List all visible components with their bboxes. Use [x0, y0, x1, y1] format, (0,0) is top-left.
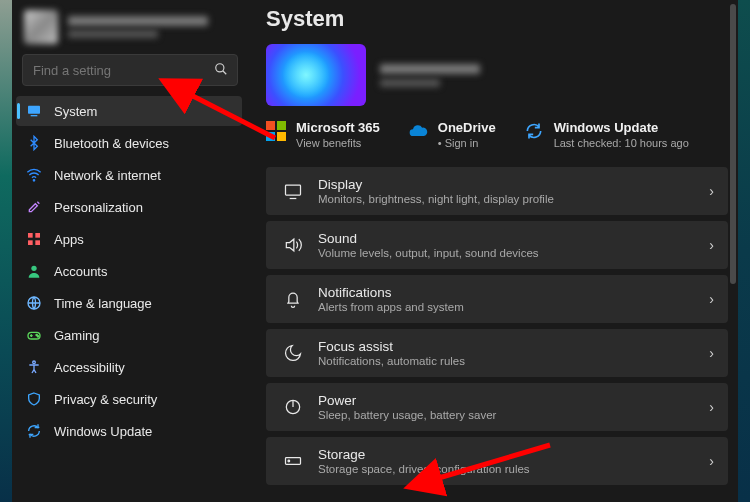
main-pane: System Microsoft 365 View benefits: [250, 0, 738, 502]
svg-rect-5: [28, 233, 33, 238]
svg-point-0: [216, 64, 224, 72]
sidebar-item-network[interactable]: Network & internet: [16, 160, 242, 190]
scrollbar[interactable]: [730, 4, 736, 498]
row-notifications[interactable]: Notifications Alerts from apps and syste…: [266, 275, 728, 323]
sidebar: System Bluetooth & devices Network & int…: [12, 0, 250, 502]
status-tiles: Microsoft 365 View benefits OneDrive • S…: [266, 120, 728, 167]
device-name-redacted: [380, 64, 480, 74]
chevron-right-icon: ›: [709, 291, 714, 307]
row-title: Storage: [318, 447, 709, 462]
sidebar-item-system[interactable]: System: [16, 96, 242, 126]
row-sub: Notifications, automatic rules: [318, 355, 709, 367]
desktop-edge-strip: [0, 0, 12, 502]
row-title: Notifications: [318, 285, 709, 300]
onedrive-icon: [408, 121, 428, 141]
nav-label: Personalization: [54, 200, 143, 215]
row-sub: Storage space, drives, configuration rul…: [318, 463, 709, 475]
chevron-right-icon: ›: [709, 183, 714, 199]
row-display[interactable]: Display Monitors, brightness, night ligh…: [266, 167, 728, 215]
scrollbar-thumb[interactable]: [730, 4, 736, 284]
moon-icon: [280, 343, 306, 363]
brush-icon: [26, 199, 42, 215]
accessibility-icon: [26, 359, 42, 375]
nav-label: Bluetooth & devices: [54, 136, 169, 151]
tile-title: Microsoft 365: [296, 120, 380, 135]
page-title: System: [266, 0, 728, 44]
sidebar-item-personalization[interactable]: Personalization: [16, 192, 242, 222]
row-storage[interactable]: Storage Storage space, drives, configura…: [266, 437, 728, 485]
tile-title: Windows Update: [554, 120, 689, 135]
row-power[interactable]: Power Sleep, battery usage, battery save…: [266, 383, 728, 431]
chevron-right-icon: ›: [709, 453, 714, 469]
sidebar-item-windows-update[interactable]: Windows Update: [16, 416, 242, 446]
gamepad-icon: [26, 327, 42, 343]
tile-onedrive[interactable]: OneDrive • Sign in: [408, 120, 496, 149]
apps-icon: [26, 231, 42, 247]
storage-icon: [280, 451, 306, 471]
svg-rect-7: [28, 240, 33, 245]
row-sub: Volume levels, output, input, sound devi…: [318, 247, 709, 259]
svg-rect-15: [286, 185, 301, 195]
search-input[interactable]: [22, 54, 238, 86]
account-header[interactable]: [16, 6, 242, 54]
display-icon: [280, 181, 306, 201]
account-name-redacted: [68, 16, 208, 26]
svg-rect-2: [28, 106, 40, 114]
nav-label: Windows Update: [54, 424, 152, 439]
tile-sub: • Sign in: [438, 137, 496, 149]
row-sub: Alerts from apps and system: [318, 301, 709, 313]
chevron-right-icon: ›: [709, 345, 714, 361]
tile-windows-update[interactable]: Windows Update Last checked: 10 hours ag…: [524, 120, 689, 149]
settings-window: System Bluetooth & devices Network & int…: [12, 0, 738, 502]
nav-label: Accounts: [54, 264, 107, 279]
row-title: Sound: [318, 231, 709, 246]
settings-list: Display Monitors, brightness, night ligh…: [266, 167, 728, 495]
sync-icon: [26, 423, 42, 439]
sidebar-item-bluetooth[interactable]: Bluetooth & devices: [16, 128, 242, 158]
windows-update-icon: [524, 121, 544, 141]
svg-rect-8: [35, 240, 40, 245]
sidebar-item-apps[interactable]: Apps: [16, 224, 242, 254]
wallpaper-thumbnail[interactable]: [266, 44, 366, 106]
svg-rect-3: [31, 115, 38, 116]
sidebar-item-time[interactable]: Time & language: [16, 288, 242, 318]
globe-icon: [26, 295, 42, 311]
nav-label: Accessibility: [54, 360, 125, 375]
chevron-right-icon: ›: [709, 237, 714, 253]
nav-label: Time & language: [54, 296, 152, 311]
search-box[interactable]: [22, 54, 238, 86]
row-sound[interactable]: Sound Volume levels, output, input, soun…: [266, 221, 728, 269]
nav-label: Apps: [54, 232, 84, 247]
sidebar-item-gaming[interactable]: Gaming: [16, 320, 242, 350]
microsoft-365-icon: [266, 121, 286, 141]
svg-point-13: [37, 336, 38, 337]
device-name-block: [380, 64, 480, 87]
tile-microsoft-365[interactable]: Microsoft 365 View benefits: [266, 120, 380, 149]
sidebar-item-accessibility[interactable]: Accessibility: [16, 352, 242, 382]
tile-sub: Last checked: 10 hours ago: [554, 137, 689, 149]
row-title: Focus assist: [318, 339, 709, 354]
search-icon: [214, 62, 228, 79]
power-icon: [280, 397, 306, 417]
tile-sub: View benefits: [296, 137, 380, 149]
sidebar-item-accounts[interactable]: Accounts: [16, 256, 242, 286]
nav-list: System Bluetooth & devices Network & int…: [16, 96, 242, 446]
nav-label: System: [54, 104, 97, 119]
person-icon: [26, 263, 42, 279]
shield-icon: [26, 391, 42, 407]
nav-label: Network & internet: [54, 168, 161, 183]
chevron-right-icon: ›: [709, 399, 714, 415]
account-name-block: [68, 16, 208, 38]
bluetooth-icon: [26, 135, 42, 151]
avatar: [24, 10, 58, 44]
nav-label: Privacy & security: [54, 392, 157, 407]
row-focus-assist[interactable]: Focus assist Notifications, automatic ru…: [266, 329, 728, 377]
nav-label: Gaming: [54, 328, 100, 343]
wifi-icon: [26, 167, 42, 183]
svg-point-19: [288, 460, 290, 462]
row-sub: Monitors, brightness, night light, displ…: [318, 193, 709, 205]
sidebar-item-privacy[interactable]: Privacy & security: [16, 384, 242, 414]
device-header: [266, 44, 728, 120]
row-title: Display: [318, 177, 709, 192]
svg-point-9: [31, 266, 36, 271]
